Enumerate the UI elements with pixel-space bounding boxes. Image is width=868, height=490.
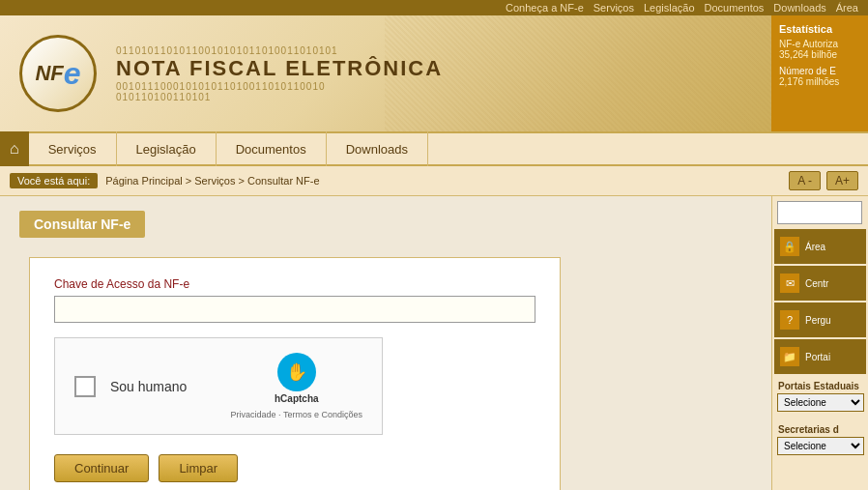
stats-panel: Estatística NF-e Autoriza 35,264 bilhõe …: [771, 15, 868, 131]
num-label: Número de E: [779, 66, 860, 76]
breadcrumb-bar: Você está aqui: Página Principal > Servi…: [0, 166, 868, 196]
home-button[interactable]: ⌂: [0, 131, 29, 166]
nav-legislacao[interactable]: Legislação: [117, 131, 217, 166]
content-wrapper: Consultar NF-e Chave de Acesso da NF-e S…: [0, 196, 868, 490]
font-decrease-button[interactable]: A -: [789, 171, 821, 190]
portais-estaduais-select[interactable]: Selecione: [777, 393, 864, 412]
folder-icon: 📁: [780, 347, 799, 366]
portais-estaduais-label: Portais Estaduais: [772, 376, 868, 393]
logo-nf: NF: [35, 61, 63, 86]
sidebar-area-btn[interactable]: 🔒 Área: [774, 229, 866, 264]
right-sidebar: 🔒 Área ✉ Centr ? Pergu 📁 Portai Portais …: [771, 196, 868, 490]
topnav-documentos[interactable]: Documentos: [705, 2, 765, 14]
area-label: Área: [805, 242, 825, 252]
sidebar-portais-btn[interactable]: 📁 Portai: [774, 339, 866, 374]
topnav-legislacao[interactable]: Legislação: [644, 2, 695, 14]
stats-title: Estatística: [779, 23, 860, 35]
breadcrumb-left: Você está aqui: Página Principal > Servi…: [10, 173, 320, 188]
button-row: Continuar Limpar: [54, 454, 535, 482]
svg-text:✋: ✋: [286, 361, 308, 383]
breadcrumb-path: Página Principal > Serviços > Consultar …: [105, 175, 319, 187]
mail-icon: ✉: [780, 274, 799, 293]
logo-area: NFe 01101011010110010101011010011010101 …: [0, 35, 443, 112]
captcha-label: Sou humano: [110, 379, 217, 394]
binary-text-3: 010110100110101: [116, 92, 443, 102]
binary-text-1: 01101011010110010101011010011010101: [116, 45, 443, 56]
main-content: Consultar NF-e Chave de Acesso da NF-e S…: [0, 196, 771, 490]
captcha-logo: ✋ hCaptcha Privacidade · Termos e Condiç…: [231, 353, 362, 419]
site-title: NOTA FISCAL ELETRÔNICA: [116, 56, 443, 81]
nfe-value: 35,264 bilhõe: [779, 49, 860, 60]
nav-downloads[interactable]: Downloads: [327, 131, 428, 166]
topnav-downloads[interactable]: Downloads: [773, 2, 825, 14]
logo-circle: NFe: [19, 35, 97, 112]
sidebar-pergu-btn[interactable]: ? Pergu: [774, 303, 866, 337]
question-icon: ?: [780, 310, 799, 330]
sidebar-central-btn[interactable]: ✉ Centr: [774, 266, 866, 301]
clear-button[interactable]: Limpar: [159, 454, 238, 482]
access-key-input[interactable]: [54, 296, 535, 323]
search-input[interactable]: [777, 201, 862, 224]
search-box: [777, 201, 863, 224]
continue-button[interactable]: Continuar: [54, 454, 149, 482]
hcaptcha-icon: ✋: [277, 353, 316, 391]
header: NFe 01101011010110010101011010011010101 …: [0, 15, 868, 131]
nav-servicos[interactable]: Serviços: [29, 131, 117, 166]
captcha-checkbox[interactable]: [74, 376, 96, 397]
form-container: Chave de Acesso da NF-e Sou humano ✋ hCa…: [29, 257, 561, 490]
you-are-here-label: Você está aqui:: [10, 173, 98, 188]
main-nav: ⌂ Serviços Legislação Documentos Downloa…: [0, 131, 868, 166]
font-controls: A - A+: [789, 171, 858, 190]
access-key-label: Chave de Acesso da NF-e: [54, 277, 535, 291]
lock-icon: 🔒: [780, 237, 799, 256]
captcha-brand: hCaptcha: [275, 393, 319, 404]
nfe-label: NF-e Autoriza: [779, 39, 860, 49]
captcha-links: Privacidade · Termos e Condições: [231, 410, 362, 419]
nav-documentos[interactable]: Documentos: [217, 131, 327, 166]
captcha-container: Sou humano ✋ hCaptcha Privacidade · Term…: [54, 337, 383, 435]
secretarias-label: Secretarias d: [772, 419, 868, 437]
portais-label: Portai: [805, 352, 830, 362]
site-title-area: 01101011010110010101011010011010101 NOTA…: [116, 45, 443, 102]
num-value: 2,176 milhões: [779, 76, 860, 87]
top-nav: Conheça a NF-e Serviços Legislação Docum…: [0, 0, 868, 15]
central-label: Centr: [805, 278, 828, 289]
font-increase-button[interactable]: A+: [826, 171, 858, 190]
pergu-label: Pergu: [805, 315, 831, 326]
topnav-area[interactable]: Área: [836, 2, 858, 14]
topnav-servicos[interactable]: Serviços: [593, 2, 634, 14]
logo-e: e: [64, 56, 81, 92]
page-title: Consultar NF-e: [19, 211, 145, 238]
topnav-conheca[interactable]: Conheça a NF-e: [506, 2, 584, 14]
secretarias-select[interactable]: Selecione: [777, 437, 864, 455]
binary-text-2: 001011100010101011010011010110010: [116, 81, 443, 92]
